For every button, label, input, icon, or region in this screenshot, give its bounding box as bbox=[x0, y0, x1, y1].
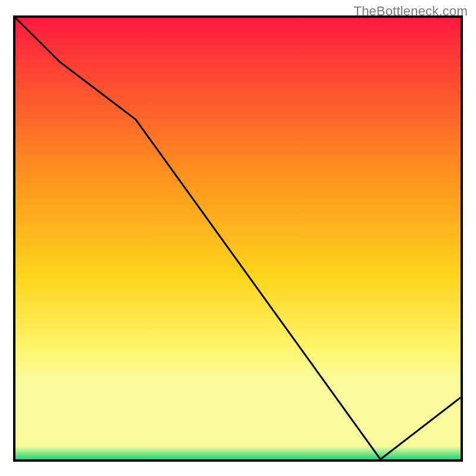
chart-container: TheBottleneck.com bbox=[0, 0, 476, 476]
source-attribution: TheBottleneck.com bbox=[353, 4, 468, 19]
chart-svg bbox=[0, 0, 476, 476]
plot-area bbox=[15, 18, 461, 459]
